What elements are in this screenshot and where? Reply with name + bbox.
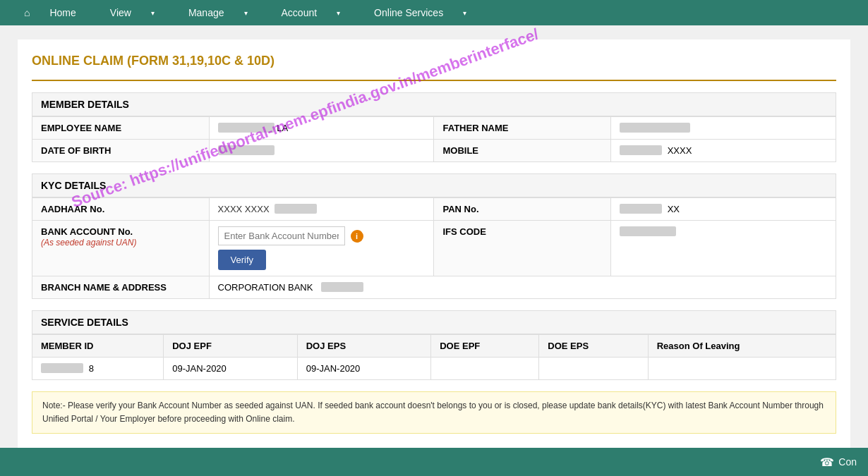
aadhaar-masked [275, 204, 317, 214]
row-doj-eps: 09-JAN-2020 [297, 358, 431, 380]
nav-manage[interactable]: Manage ▾ [171, 0, 265, 25]
dob-masked [218, 145, 275, 155]
father-name-masked [620, 123, 690, 133]
verify-button[interactable]: Verify [218, 250, 267, 270]
ifs-value [611, 221, 836, 276]
online-services-dropdown-arrow: ▾ [454, 0, 475, 25]
service-table: MEMBER ID DOJ EPF DOJ EPS DOE EPF DOE EP… [32, 334, 836, 380]
row-reason [648, 358, 836, 380]
nav-online-services[interactable]: Online Services ▾ [357, 0, 483, 25]
bank-account-input-cell: i Verify [209, 221, 434, 276]
father-name-label: FATHER NAME [434, 117, 611, 140]
pan-label: PAN No. [434, 198, 611, 221]
service-table-header-row: MEMBER ID DOJ EPF DOJ EPS DOE EPF DOE EP… [32, 335, 836, 358]
employee-name-masked [218, 123, 275, 133]
member-details-table: EMPLOYEE NAME LA FATHER NAME DATE OF BIR… [32, 116, 836, 162]
aadhaar-row: AADHAAR No. XXXX XXXX PAN No. XX [32, 198, 836, 221]
col-doj-eps: DOJ EPS [297, 335, 431, 358]
mobile-masked [620, 145, 662, 155]
bottom-bar-label: Con [838, 456, 857, 462]
account-dropdown-arrow: ▾ [328, 0, 349, 25]
row-doe-eps [539, 358, 648, 380]
nav-home[interactable]: ⌂ Home [7, 0, 93, 25]
manage-dropdown-arrow: ▾ [236, 0, 256, 25]
pan-value: XX [611, 198, 836, 221]
info-icon[interactable]: i [351, 230, 363, 243]
nav-view-label: View [102, 0, 140, 25]
service-details-header: SERVICE DETAILS [32, 310, 836, 334]
aadhaar-number: XXXX XXXX [218, 204, 270, 214]
kyc-details-table: AADHAAR No. XXXX XXXX PAN No. XX BANK AC… [32, 197, 836, 299]
father-name-value [611, 117, 836, 140]
nav-account[interactable]: Account ▾ [265, 0, 358, 25]
nav-online-services-label: Online Services [366, 0, 452, 25]
mobile-suffix: XXXX [668, 145, 692, 156]
bank-account-label-text: BANK ACCOUNT No. [41, 226, 133, 237]
home-icon: ⌂ [16, 0, 38, 25]
ifs-masked [620, 226, 676, 236]
col-doe-epf: DOE EPF [431, 335, 539, 358]
nav-home-label: Home [41, 0, 84, 25]
employee-name-row: EMPLOYEE NAME LA FATHER NAME [32, 117, 836, 140]
row-doj-epf: 09-JAN-2020 [164, 358, 298, 380]
service-table-head: MEMBER ID DOJ EPF DOJ EPS DOE EPF DOE EP… [32, 335, 836, 358]
col-doe-eps: DOE EPS [539, 335, 648, 358]
col-reason: Reason Of Leaving [648, 335, 836, 358]
employee-name-value: LA [209, 117, 434, 140]
dob-row: DATE OF BIRTH MOBILE XXXX [32, 140, 836, 162]
member-id-masked [41, 363, 83, 373]
branch-name: CORPORATION BANK [218, 282, 313, 293]
row-doe-epf [431, 358, 539, 380]
dob-label: DATE OF BIRTH [32, 140, 210, 162]
page-title: ONLINE CLAIM (FORM 31,19,10C & 10D) [32, 54, 836, 68]
nav-view[interactable]: View ▾ [93, 0, 171, 25]
employee-name-suffix: LA [277, 123, 288, 133]
mobile-value: XXXX [611, 140, 836, 162]
bottom-bar-contact[interactable]: ☎ Con [820, 456, 857, 463]
page-divider [32, 80, 836, 81]
aadhaar-value: XXXX XXXX [209, 198, 434, 221]
aadhaar-label: AADHAAR No. [32, 198, 210, 221]
ifs-label: IFS CODE [434, 221, 611, 276]
employee-name-label: EMPLOYEE NAME [32, 117, 210, 140]
bank-account-row: BANK ACCOUNT No. (As seeded against UAN)… [32, 221, 836, 276]
member-details-header: MEMBER DETAILS [32, 92, 836, 116]
nav-manage-label: Manage [180, 0, 233, 25]
pan-masked [620, 204, 662, 214]
bank-account-label: BANK ACCOUNT No. (As seeded against UAN) [32, 221, 210, 276]
branch-row: BRANCH NAME & ADDRESS CORPORATION BANK [32, 276, 836, 299]
bank-account-input[interactable] [218, 226, 345, 245]
bank-input-wrap: i [218, 226, 426, 245]
view-dropdown-arrow: ▾ [143, 0, 163, 25]
navbar: ⌂ Home View ▾ Manage ▾ Account ▾ Online … [0, 0, 868, 25]
row-member-id: 8 [32, 358, 164, 380]
col-doj-epf: DOJ EPF [164, 335, 298, 358]
mobile-label: MOBILE [434, 140, 611, 162]
member-id-suffix: 8 [89, 363, 94, 374]
note-box: Note:- Please verify your Bank Account N… [32, 391, 836, 434]
col-member-id: MEMBER ID [32, 335, 164, 358]
branch-value: CORPORATION BANK [209, 276, 836, 299]
phone-icon: ☎ [820, 456, 834, 463]
bottom-bar: ☎ Con [0, 448, 868, 462]
dob-value [209, 140, 434, 162]
service-table-body: 8 09-JAN-2020 09-JAN-2020 [32, 358, 836, 380]
main-content: Source: https://unifiedportal-mem.epfind… [18, 39, 850, 448]
pan-suffix: XX [668, 204, 680, 214]
branch-masked [321, 282, 363, 292]
kyc-details-header: KYC DETAILS [32, 173, 836, 197]
branch-label: BRANCH NAME & ADDRESS [32, 276, 210, 299]
nav-account-label: Account [273, 0, 326, 25]
table-row: 8 09-JAN-2020 09-JAN-2020 [32, 358, 836, 380]
bank-account-sub-label: (As seeded against UAN) [41, 238, 136, 248]
